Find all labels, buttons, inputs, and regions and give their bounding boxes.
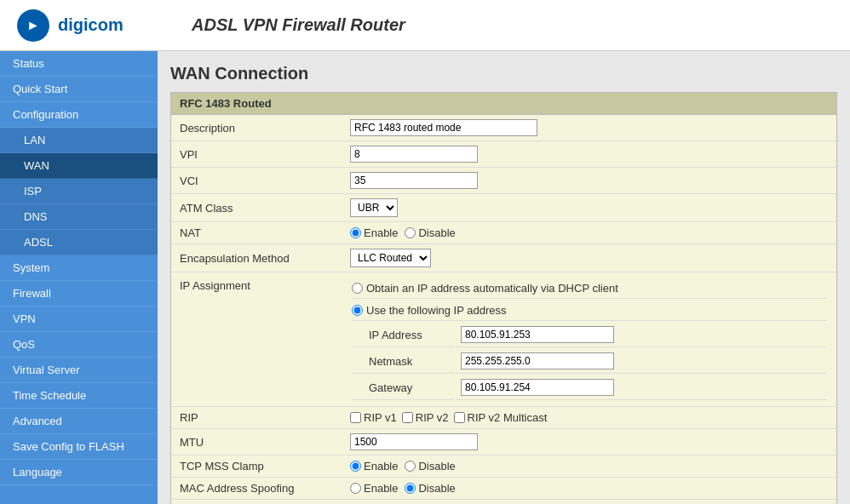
ip-dhcp-label[interactable]: Obtain an IP address automatically via D…: [352, 282, 826, 295]
table-row-mac-inputs: : : : : :: [171, 500, 836, 505]
form-container: RFC 1483 Routed Description VPI: [170, 92, 837, 504]
nat-disable-radio[interactable]: [405, 227, 416, 238]
sidebar: Status Quick Start Configuration LAN WAN…: [0, 51, 158, 504]
sidebar-item-dns[interactable]: DNS: [0, 204, 158, 230]
ip-dhcp-radio[interactable]: [352, 283, 363, 294]
ip-address-input[interactable]: [461, 326, 614, 343]
sidebar-item-wan[interactable]: WAN: [0, 153, 158, 179]
netmask-label: Netmask: [352, 349, 454, 374]
header-title: ADSL VPN Firewall Router: [175, 15, 405, 35]
nat-disable-text: Disable: [418, 226, 455, 239]
table-row-vpi: VPI: [171, 141, 836, 168]
logo-area: ► digicom: [17, 9, 175, 42]
tcp-mss-enable-label[interactable]: Enable: [350, 460, 398, 472]
table-row-rip: RIP RIP v1 RIP v2: [171, 407, 836, 429]
table-row-atm: ATM Class UBR CBR VBR: [171, 194, 836, 222]
sidebar-item-qos[interactable]: QoS: [0, 332, 158, 358]
main-layout: Status Quick Start Configuration LAN WAN…: [0, 51, 850, 504]
gateway-input[interactable]: [461, 379, 614, 396]
form-table: Description VPI VCI: [171, 115, 836, 504]
rip-v2-multicast-label[interactable]: RIP v2 Multicast: [454, 411, 548, 424]
tcp-mss-radio-group: Enable Disable: [350, 460, 828, 472]
rip-v1-label[interactable]: RIP v1: [350, 411, 397, 424]
table-row-mac-spoofing: MAC Address Spoofing Enable Disable: [171, 478, 836, 500]
mac-enable-text: Enable: [364, 482, 398, 495]
mac-enable-label[interactable]: Enable: [350, 482, 398, 495]
tcp-mss-enable-text: Enable: [364, 460, 398, 472]
rip-v2-text: RIP v2: [416, 411, 449, 424]
sidebar-item-virtual-server[interactable]: Virtual Server: [0, 358, 158, 383]
tcp-mss-disable-text: Disable: [418, 460, 455, 472]
tcp-mss-label: TCP MSS Clamp: [171, 455, 342, 478]
table-row-vci: VCI: [171, 168, 836, 194]
rip-checkbox-group: RIP v1 RIP v2 RIP v2 Multicast: [350, 411, 828, 424]
atm-class-select[interactable]: UBR CBR VBR: [350, 198, 398, 217]
ip-dhcp-text: Obtain an IP address automatically via D…: [366, 282, 618, 295]
mtu-input[interactable]: [350, 433, 478, 450]
section-header: RFC 1483 Routed: [171, 93, 836, 115]
rip-v2-checkbox[interactable]: [402, 412, 413, 423]
sidebar-item-time-schedule[interactable]: Time Schedule: [0, 383, 158, 409]
sidebar-item-status[interactable]: Status: [0, 51, 158, 77]
mac-disable-label[interactable]: Disable: [405, 482, 455, 495]
encap-select[interactable]: LLC Routed VC Mux: [350, 249, 431, 267]
nat-disable-label[interactable]: Disable: [405, 226, 455, 239]
table-row-ip-assignment: IP Assignment Obtain an IP address autom…: [171, 272, 836, 407]
netmask-input[interactable]: [461, 352, 614, 369]
description-input[interactable]: [350, 119, 537, 136]
mac-disable-radio[interactable]: [405, 483, 416, 494]
ip-assignment-label: IP Assignment: [171, 272, 342, 407]
ip-manual-radio[interactable]: [352, 305, 363, 316]
rip-v2-label[interactable]: RIP v2: [402, 411, 449, 424]
sidebar-item-vpn[interactable]: VPN: [0, 306, 158, 332]
table-row-description: Description: [171, 115, 836, 141]
netmask-row: Netmask: [352, 349, 826, 374]
ip-dhcp-row: Obtain an IP address automatically via D…: [352, 278, 826, 299]
rip-v2-multicast-checkbox[interactable]: [454, 412, 465, 423]
sidebar-item-lan[interactable]: LAN: [0, 128, 158, 153]
rip-v1-checkbox[interactable]: [350, 412, 361, 423]
nat-radio-group: Enable Disable: [350, 226, 828, 239]
description-value-cell: [342, 115, 836, 141]
atm-label: ATM Class: [171, 194, 342, 222]
table-row-encap: Encapsulation Method LLC Routed VC Mux: [171, 244, 836, 272]
gateway-row: Gateway: [352, 375, 826, 400]
ip-address-label: IP Address: [352, 323, 454, 347]
vpi-input[interactable]: [350, 146, 478, 163]
ip-manual-label[interactable]: Use the following IP address: [352, 304, 826, 317]
tcp-mss-disable-radio[interactable]: [405, 461, 416, 472]
mac-radio-group: Enable Disable: [350, 482, 828, 495]
mtu-label: MTU: [171, 429, 342, 455]
table-row-mtu: MTU: [171, 429, 836, 455]
rip-label: RIP: [171, 407, 342, 429]
gateway-label: Gateway: [352, 375, 454, 400]
sidebar-item-configuration[interactable]: Configuration: [0, 102, 158, 128]
page-title: WAN Connection: [170, 64, 837, 83]
nat-enable-radio[interactable]: [350, 227, 361, 238]
sidebar-item-save-config[interactable]: Save Config to FLASH: [0, 434, 158, 460]
logo-icon: ►: [17, 9, 49, 42]
sidebar-item-advanced[interactable]: Advanced: [0, 409, 158, 434]
sidebar-item-isp[interactable]: ISP: [0, 179, 158, 204]
nat-enable-text: Enable: [364, 226, 398, 239]
vci-label: VCI: [171, 168, 342, 194]
description-label: Description: [171, 115, 342, 141]
rip-v2-multicast-text: RIP v2 Multicast: [468, 411, 548, 424]
table-row-nat: NAT Enable Disable: [171, 222, 836, 244]
sidebar-item-quickstart[interactable]: Quick Start: [0, 77, 158, 102]
mac-enable-radio[interactable]: [350, 483, 361, 494]
sidebar-item-adsl[interactable]: ADSL: [0, 230, 158, 255]
mac-spoofing-label: MAC Address Spoofing: [171, 478, 342, 500]
tcp-mss-disable-label[interactable]: Disable: [405, 460, 455, 472]
sidebar-item-language[interactable]: Language: [0, 460, 158, 485]
tcp-mss-enable-radio[interactable]: [350, 461, 361, 472]
vpi-label: VPI: [171, 141, 342, 168]
ip-manual-row: Use the following IP address: [352, 301, 826, 321]
sidebar-item-system[interactable]: System: [0, 255, 158, 281]
nat-enable-label[interactable]: Enable: [350, 226, 398, 239]
table-row-tcp-mss: TCP MSS Clamp Enable Disable: [171, 455, 836, 478]
vci-input[interactable]: [350, 172, 478, 189]
content: WAN Connection RFC 1483 Routed Descripti…: [158, 51, 850, 504]
encap-label: Encapsulation Method: [171, 244, 342, 272]
sidebar-item-firewall[interactable]: Firewall: [0, 281, 158, 306]
